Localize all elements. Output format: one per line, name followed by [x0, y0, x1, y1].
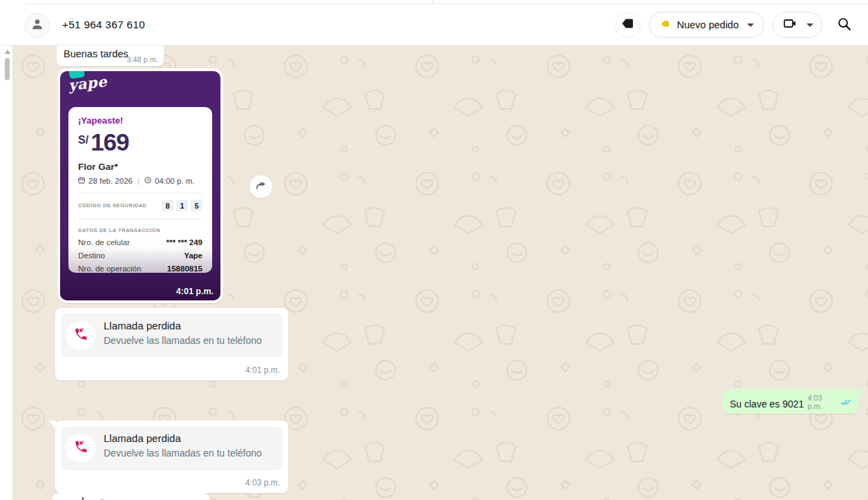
chevron-down-icon	[747, 23, 754, 27]
receipt-datetime: 28 feb. 2026 | 04:00 p. m.	[78, 177, 202, 185]
code-digit: 1	[176, 200, 188, 211]
security-code-digits: 8 1 5	[162, 200, 202, 211]
recipient-name: Flor Gar*	[78, 162, 202, 172]
video-camera-icon	[782, 15, 798, 35]
new-order-dropdown[interactable]: Nuevo pedido	[649, 12, 765, 38]
message-text: Su clave es 9021	[730, 398, 804, 410]
calendar-icon	[78, 177, 85, 185]
row-value: *** *** 249	[167, 238, 202, 247]
receipt-title: ¡Yapeaste!	[78, 115, 202, 126]
transaction-row: Nro. de celular *** *** 249	[78, 238, 202, 247]
missed-call-title: Llamada perdida	[104, 320, 181, 331]
header-actions: Nuevo pedido	[615, 12, 858, 38]
message-meta: 4:03 p.m.	[807, 394, 852, 410]
missed-call-title: Llamada perdida	[104, 432, 181, 444]
code-digit: 8	[162, 200, 173, 211]
incoming-missed-call-message: Llamada perdida Devuelve las llamadas en…	[55, 421, 288, 493]
label-button[interactable]	[615, 12, 641, 38]
new-order-label: Nuevo pedido	[677, 19, 739, 30]
search-button[interactable]	[831, 12, 857, 38]
pane-divider	[433, 0, 433, 4]
yape-logo: yape	[68, 73, 108, 94]
receipt-time: 04:00 p. m.	[155, 177, 195, 185]
clock-icon	[144, 177, 151, 185]
read-receipt-double-check-icon	[840, 398, 852, 406]
security-code-label: CÓDIGO DE SEGURIDAD	[78, 202, 147, 209]
person-icon	[30, 17, 45, 35]
conversation-header: +51 964 367 610 Nuevo pedido	[0, 0, 868, 46]
contact-phone-number[interactable]: +51 964 367 610	[62, 19, 145, 31]
message-time: 4:01 p.m.	[176, 287, 214, 296]
scroll-up-arrow[interactable]	[5, 50, 10, 54]
contact-avatar[interactable]	[25, 13, 50, 38]
bubble-tail	[858, 389, 864, 398]
scrollbar-thumb[interactable]	[5, 58, 10, 80]
outgoing-message-key: Su clave es 9021 4:03 p.m.	[723, 389, 858, 414]
amount-value: 169	[91, 130, 129, 154]
incoming-image-yape-receipt[interactable]: yape ¡Yapeaste! S/ 169 Flor Gar* 28 feb.…	[57, 68, 223, 303]
search-icon	[836, 16, 852, 35]
separator: |	[138, 177, 140, 185]
chat-window: +51 964 367 610 Nuevo pedido	[0, 0, 868, 500]
incoming-message-greeting: Buenas tardes 3:48 p.m.	[57, 46, 164, 66]
missed-call-icon-circle	[66, 434, 95, 463]
chevron-down-icon	[806, 23, 813, 27]
message-text: Buenas tardes	[64, 48, 129, 59]
message-time: 4:01 p.m.	[245, 365, 280, 375]
partial-text-fragment	[82, 497, 84, 500]
tag-icon	[659, 18, 671, 32]
top-hairline	[26, 3, 868, 4]
code-digit: 5	[191, 200, 202, 211]
forward-message-button[interactable]	[249, 175, 272, 198]
missed-call-icon	[73, 439, 88, 457]
message-time: 4:03 p.m.	[245, 478, 280, 488]
receipt-date: 28 feb. 2026	[88, 177, 133, 185]
row-label: Nro. de celular	[78, 238, 130, 247]
incoming-missed-call-message: Llamada perdida Devuelve las llamadas en…	[55, 308, 288, 381]
bubble-tail	[49, 421, 56, 430]
missed-call-icon	[73, 327, 88, 345]
security-code-row: CÓDIGO DE SEGURIDAD 8 1 5	[78, 200, 202, 211]
divider	[78, 193, 202, 193]
transaction-section-label: DATOS DE LA TRANSACCIÓN	[78, 227, 202, 233]
missed-call-icon-circle	[66, 321, 95, 350]
currency-symbol: S/	[78, 134, 88, 146]
message-list: Buenas tardes 3:48 p.m. yape ¡Yapeaste! …	[12, 46, 868, 500]
missed-call-subtitle: Devuelve las llamadas en tu teléfono	[104, 335, 262, 346]
message-time: 4:03 p.m.	[807, 394, 838, 410]
divider	[78, 219, 202, 220]
receipt-amount: S/ 169	[78, 130, 202, 154]
forward-icon	[254, 179, 267, 195]
video-call-dropdown[interactable]	[773, 12, 822, 38]
missed-call-subtitle: Devuelve las llamadas en tu teléfono	[104, 448, 262, 459]
yape-receipt-image: yape ¡Yapeaste! S/ 169 Flor Gar* 28 feb.…	[60, 71, 220, 300]
message-time: 3:48 p.m.	[126, 55, 158, 64]
incoming-message-partial	[52, 493, 210, 500]
label-icon	[620, 16, 635, 34]
